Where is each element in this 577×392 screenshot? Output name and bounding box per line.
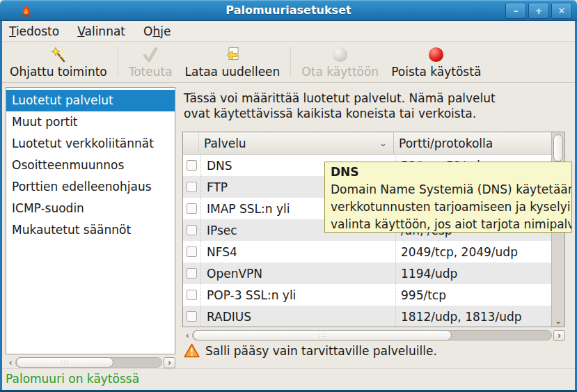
- maximize-button[interactable]: +: [528, 3, 549, 19]
- service-name: POP-3 SSL:n yli: [200, 284, 395, 306]
- menu-ohje[interactable]: Ohje: [143, 24, 171, 38]
- sidebar-item-porttien-edelleenohjaus[interactable]: Porttien edelleenohjaus: [6, 176, 175, 198]
- disable-button-label: Poista käytöstä: [391, 65, 481, 79]
- reload-icon: [223, 45, 242, 64]
- category-list: Luotetut palvelut Muut portit Luotetut v…: [6, 87, 175, 354]
- table-row[interactable]: NFS4 2049/tcp, 2049/udp: [183, 241, 552, 262]
- check-icon: [141, 45, 159, 64]
- sidebar-item-luotetut-verkkoliitannat[interactable]: Luotetut verkkoliitännät: [6, 133, 175, 155]
- titlebar[interactable]: Palomuuriasetukset – + ✕: [0, 0, 577, 21]
- service-column-header[interactable]: Palvelu ⌄: [199, 132, 394, 154]
- scroll-right-icon[interactable]: ›: [553, 330, 565, 341]
- sidebar-item-osoitteenmuunnos[interactable]: Osoitteenmuunnos: [6, 155, 175, 176]
- menubar: Tiedosto Valinnat Ohje: [2, 21, 575, 42]
- panel-description: Tässä voi määrittää luotetut palvelut. N…: [184, 91, 496, 121]
- statusbar-separator: [2, 368, 575, 369]
- minimize-button[interactable]: –: [505, 3, 526, 19]
- service-ports: 1812/udp, 1813/udp: [395, 306, 552, 327]
- toolbar-separator: [118, 47, 118, 77]
- close-button[interactable]: ✕: [551, 3, 572, 19]
- sort-indicator-icon: ⌄: [379, 138, 387, 148]
- scroll-down-icon[interactable]: ⌄: [552, 316, 564, 326]
- reload-button[interactable]: Lataa uudelleen: [179, 43, 287, 82]
- service-ports: 995/tcp: [395, 284, 552, 306]
- service-checkbox[interactable]: [187, 268, 197, 279]
- menu-tiedosto[interactable]: Tiedosto: [9, 24, 59, 38]
- scrollbar-thumb[interactable]: :::: [16, 357, 113, 368]
- enable-button-label: Ota käyttöön: [301, 65, 379, 79]
- status-text: Palomuuri on käytössä: [6, 372, 139, 386]
- toolbar: Ohjattu toiminto Toteuta Lataa uudelleen: [2, 42, 575, 83]
- service-checkbox[interactable]: [187, 160, 197, 171]
- table-header: Palvelu ⌄ Portti/protokolla: [183, 132, 552, 155]
- service-name: NFS4: [200, 241, 395, 262]
- scrollbar-thumb[interactable]: :::: [193, 330, 452, 340]
- wizard-button-label: Ohjattu toiminto: [10, 65, 107, 79]
- service-name: OpenVPN: [200, 262, 395, 284]
- sidebar-item-mukautetut-saannot[interactable]: Mukautetut säännöt: [6, 219, 175, 241]
- service-checkbox[interactable]: [187, 225, 197, 235]
- warning-icon: [184, 343, 200, 358]
- firewall-settings-window: Palomuuriasetukset – + ✕ Tiedosto Valinn…: [0, 0, 577, 392]
- table-row[interactable]: RADIUS 1812/udp, 1813/udp: [183, 306, 552, 327]
- service-ports: 1194/udp: [395, 262, 552, 284]
- scrollbar-thumb[interactable]: [553, 134, 563, 162]
- table-row[interactable]: POP-3 SSL:n yli 995/tcp: [183, 284, 552, 306]
- enable-button: Ota käyttöön: [295, 43, 385, 82]
- sidebar-item-icmp-suodin[interactable]: ICMP-suodin: [6, 198, 175, 219]
- menu-valinnat[interactable]: Valinnat: [77, 24, 125, 38]
- table-row[interactable]: OpenVPN 1194/udp: [183, 262, 552, 284]
- scroll-left-icon[interactable]: ‹: [6, 356, 15, 368]
- wizard-button[interactable]: Ohjattu toiminto: [3, 43, 113, 82]
- tooltip-title: DNS: [331, 164, 571, 181]
- disable-button[interactable]: Poista käytöstä: [385, 43, 487, 82]
- toolbar-separator: [290, 47, 291, 77]
- checkbox-column-header[interactable]: [183, 132, 199, 154]
- sidebar-hscrollbar[interactable]: ‹ ::: ›: [6, 356, 175, 368]
- sidebar-item-luotetut-palvelut[interactable]: Luotetut palvelut: [6, 90, 175, 111]
- service-checkbox[interactable]: [187, 203, 197, 214]
- table-hscrollbar[interactable]: ‹ ::: ›: [182, 329, 565, 341]
- service-ports: 2049/tcp, 2049/udp: [395, 241, 552, 262]
- disable-orb-icon: [429, 45, 443, 64]
- warning-row: Salli pääsy vain tarvittaville palveluil…: [184, 343, 437, 358]
- scroll-left-icon[interactable]: ‹: [182, 329, 192, 341]
- scroll-right-icon[interactable]: ›: [164, 357, 175, 368]
- service-checkbox[interactable]: [187, 290, 197, 300]
- apply-button-label: Toteuta: [129, 65, 173, 79]
- service-checkbox[interactable]: [187, 246, 197, 257]
- sidebar-item-muut-portit[interactable]: Muut portit: [6, 111, 175, 133]
- apply-button: Toteuta: [122, 43, 179, 82]
- service-checkbox[interactable]: [187, 311, 197, 322]
- window-title: Palomuuriasetukset: [0, 0, 577, 21]
- warning-text: Salli pääsy vain tarvittaville palveluil…: [205, 344, 437, 358]
- wand-icon: [49, 45, 68, 64]
- reload-button-label: Lataa uudelleen: [185, 65, 280, 79]
- dns-tooltip: DNS Domain Name Systemiä (DNS) käytetään…: [324, 162, 572, 233]
- port-column-header[interactable]: Portti/protokolla: [394, 132, 552, 154]
- enable-orb-icon: [333, 45, 347, 64]
- service-checkbox[interactable]: [187, 182, 197, 192]
- service-name: RADIUS: [200, 306, 395, 327]
